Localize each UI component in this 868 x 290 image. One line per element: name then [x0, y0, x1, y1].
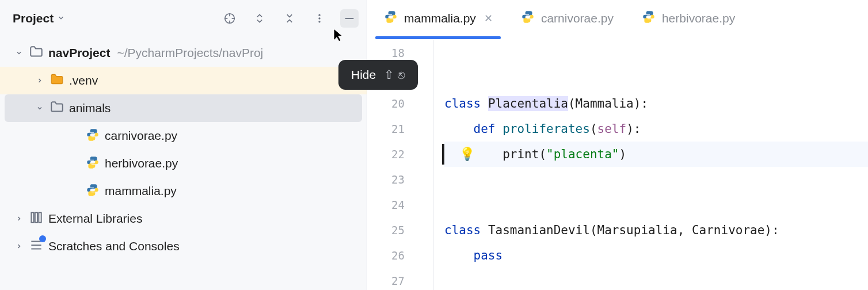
tab-herbivorae[interactable]: herbivorae.py [633, 0, 743, 37]
scratches-icon [29, 238, 44, 255]
editor-area: mammalia.py ✕ carnivorae.py herbivorae.p… [367, 0, 868, 290]
python-file-icon [85, 182, 100, 200]
svg-rect-10 [35, 212, 37, 222]
sidebar-title-dropdown[interactable]: Project [13, 12, 217, 25]
line-number: 25 [367, 217, 405, 243]
line-number: 22 [367, 142, 405, 167]
tree-item-label: .venv [69, 74, 98, 87]
tree-item-label: navProject [48, 46, 110, 60]
tree-file-herbivorae[interactable]: herbivorae.py [0, 150, 367, 177]
line-number: 27 [367, 268, 405, 290]
tooltip-shortcut: ⇧ ⎋ [384, 68, 405, 82]
svg-point-6 [318, 17, 320, 19]
shift-key-icon: ⇧ [384, 68, 394, 82]
python-file-icon [85, 155, 100, 173]
line-number: 21 [367, 116, 405, 142]
hide-tooltip: Hide ⇧ ⎋ [338, 60, 418, 90]
tree-item-label: mammalia.py [105, 184, 177, 198]
code-line: class TasmanianDevil(Marsupialia, Carniv… [444, 217, 868, 243]
line-number: 23 [367, 167, 405, 192]
code-content[interactable]: class Placentalia(Mammalia): def prolife… [434, 40, 868, 290]
project-tree: navProject ~/PycharmProjects/navProj .ve… [0, 37, 367, 260]
lightbulb-icon[interactable]: 💡 [459, 142, 475, 167]
editor-tabs: mammalia.py ✕ carnivorae.py herbivorae.p… [367, 0, 868, 37]
tree-item-label: External Libraries [48, 212, 142, 226]
chevron-right-icon [35, 77, 45, 84]
svg-point-7 [318, 21, 320, 22]
line-number: 20 [367, 91, 405, 116]
collapse-all-button[interactable] [280, 9, 299, 28]
line-number: 26 [367, 243, 405, 268]
python-file-icon [520, 9, 535, 27]
chevron-right-icon [14, 243, 24, 250]
code-line-current: 💡 print("placenta") [444, 142, 868, 167]
library-icon [29, 210, 44, 228]
tree-item-venv[interactable]: .venv [0, 67, 367, 94]
code-line [444, 268, 868, 290]
folder-icon [50, 72, 64, 90]
tooltip-label: Hide [351, 68, 376, 82]
hide-panel-button[interactable] [340, 9, 359, 28]
svg-rect-11 [39, 212, 41, 222]
tree-item-label: Scratches and Consoles [48, 239, 180, 253]
code-line: class Placentalia(Mammalia): [444, 91, 868, 116]
sidebar-title-label: Project [13, 12, 54, 25]
close-icon[interactable]: ✕ [484, 12, 493, 25]
tree-file-mammalia[interactable]: mammalia.py [0, 177, 367, 205]
expand-collapse-button[interactable] [250, 9, 269, 28]
code-area[interactable]: 18 20 21 22 23 24 25 26 27 class Placent… [367, 37, 868, 290]
select-opened-file-button[interactable] [220, 9, 239, 28]
tree-external-libraries[interactable]: External Libraries [0, 205, 367, 232]
tree-item-path: ~/PycharmProjects/navProj [117, 46, 263, 60]
tab-label: mammalia.py [404, 12, 476, 25]
more-options-button[interactable] [310, 9, 329, 28]
tab-label: herbivorae.py [662, 12, 735, 25]
folder-icon [29, 44, 44, 62]
folder-icon [50, 100, 64, 117]
code-line [444, 167, 868, 192]
python-file-icon [641, 9, 656, 27]
code-line [444, 192, 868, 217]
tab-label: carnivorae.py [541, 12, 614, 25]
tab-carnivorae[interactable]: carnivorae.py [512, 0, 622, 37]
sidebar-header: Project [0, 0, 367, 37]
python-file-icon [383, 9, 398, 27]
line-number: 24 [367, 192, 405, 217]
chevron-right-icon [14, 215, 24, 222]
tree-root-navproject[interactable]: navProject ~/PycharmProjects/navProj [0, 39, 367, 67]
python-file-icon [85, 127, 100, 145]
svg-point-5 [318, 14, 320, 16]
code-line [444, 40, 868, 66]
tree-item-label: herbivorae.py [105, 157, 178, 170]
tree-scratches[interactable]: Scratches and Consoles [0, 232, 367, 260]
code-line: def proliferates(self): [444, 116, 868, 142]
chevron-down-icon [57, 14, 65, 24]
tree-item-label: animals [69, 101, 111, 115]
tab-mammalia[interactable]: mammalia.py ✕ [375, 0, 501, 37]
tree-file-carnivorae[interactable]: carnivorae.py [0, 122, 367, 150]
chevron-down-icon [14, 49, 24, 56]
svg-rect-9 [31, 212, 33, 222]
code-line: pass [444, 243, 868, 268]
chevron-down-icon [35, 105, 45, 112]
code-line [444, 66, 868, 91]
mouse-cursor-icon [333, 28, 344, 47]
project-sidebar: Project [0, 0, 367, 290]
tree-item-animals[interactable]: animals [5, 94, 362, 122]
escape-key-icon: ⎋ [398, 68, 405, 82]
tree-item-label: carnivorae.py [105, 129, 177, 143]
